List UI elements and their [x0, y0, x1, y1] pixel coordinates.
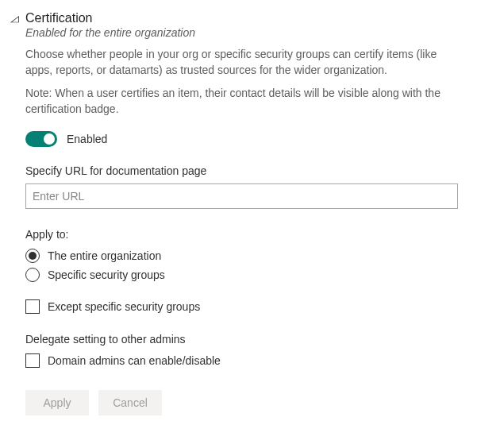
enabled-toggle-label: Enabled [67, 133, 107, 145]
apply-to-heading: Apply to: [25, 228, 458, 241]
section-note: Note: When a user certifies an item, the… [25, 86, 458, 117]
radio-specific-security-groups[interactable] [25, 268, 40, 282]
radio-entire-organization[interactable] [25, 249, 40, 263]
section-subtitle: Enabled for the entire organization [25, 26, 458, 39]
certification-settings-panel: ◿ Certification Enabled for the entire o… [0, 0, 477, 434]
section-title: Certification [25, 11, 458, 25]
collapse-icon[interactable]: ◿ [10, 14, 18, 24]
section-header: ◿ Certification [25, 11, 458, 25]
cancel-button[interactable]: Cancel [98, 390, 162, 415]
checkbox-domain-admins[interactable] [25, 353, 40, 368]
checkbox-domain-admins-label: Domain admins can enable/disable [48, 354, 221, 367]
section-description: Choose whether people in your org or spe… [25, 47, 458, 78]
checkbox-except-specific-groups[interactable] [25, 299, 40, 314]
url-field-label: Specify URL for documentation page [25, 164, 458, 177]
radio-specific-security-groups-label: Specific security groups [48, 268, 165, 281]
documentation-url-input[interactable] [25, 183, 458, 209]
radio-entire-organization-label: The entire organization [48, 249, 161, 262]
delegate-heading: Delegate setting to other admins [25, 333, 458, 346]
apply-button[interactable]: Apply [25, 390, 89, 415]
toggle-knob [44, 133, 55, 145]
enabled-toggle[interactable] [25, 131, 57, 147]
checkbox-except-specific-groups-label: Except specific security groups [48, 300, 200, 313]
